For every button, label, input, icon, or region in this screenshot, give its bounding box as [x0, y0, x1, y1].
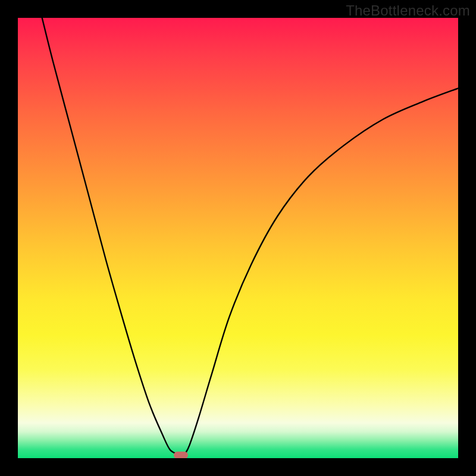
curve-left-branch — [42, 18, 177, 454]
curve-right-branch — [185, 88, 458, 453]
curve-layer — [18, 18, 458, 458]
minimum-marker — [174, 452, 188, 458]
watermark-text: TheBottleneck.com — [346, 2, 470, 19]
chart-frame: TheBottleneck.com — [0, 0, 476, 476]
plot-area — [18, 18, 458, 458]
